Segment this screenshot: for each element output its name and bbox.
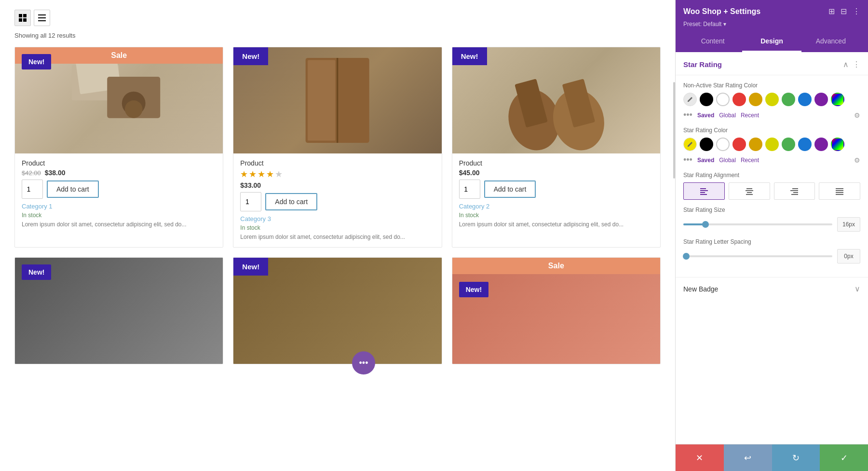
color-black[interactable] <box>700 93 713 106</box>
color-tab-recent[interactable]: Recent <box>741 157 759 164</box>
letter-spacing-slider[interactable] <box>683 255 832 257</box>
section-more-button[interactable]: ⋮ <box>853 60 860 69</box>
add-to-cart-button[interactable]: Add to cart <box>47 180 99 198</box>
tab-content[interactable]: Content <box>683 31 742 52</box>
alignment-options <box>683 182 860 200</box>
panel-body: Star Rating ∧ ⋮ Non-Active Star Rating C… <box>676 52 868 444</box>
add-to-cart-row: Add to cart <box>240 192 434 211</box>
quantity-input[interactable] <box>240 192 261 211</box>
color-blue[interactable] <box>798 93 812 106</box>
color-red[interactable] <box>732 93 746 106</box>
panel-header: Woo Shop + Settings ⊞ ⊟ ⋮ Preset: Defaul… <box>676 0 868 52</box>
size-slider[interactable] <box>683 223 832 225</box>
color-purple[interactable] <box>814 138 828 151</box>
section-collapse-button[interactable]: ∧ <box>843 60 849 69</box>
section-actions: ∧ ⋮ <box>843 60 860 69</box>
color-picker-active-button[interactable] <box>683 138 697 151</box>
color-yellow[interactable] <box>765 138 779 151</box>
panel-icon-focus[interactable]: ⊞ <box>828 7 835 16</box>
panel-icon-layout[interactable]: ⊟ <box>841 7 847 16</box>
align-justify-button[interactable] <box>819 182 860 200</box>
color-green[interactable] <box>782 93 795 106</box>
svg-rect-22 <box>700 194 707 195</box>
color-gradient[interactable] <box>831 138 844 151</box>
new-badge: New! <box>22 54 51 69</box>
svg-rect-23 <box>746 188 752 189</box>
star-4: ★ <box>266 169 274 180</box>
color-green[interactable] <box>782 138 795 151</box>
category-link[interactable]: Category 3 <box>240 215 434 222</box>
add-to-cart-button[interactable]: Add to cart <box>265 193 317 210</box>
list-view-button[interactable] <box>34 10 50 26</box>
size-value[interactable]: 16px <box>837 217 860 232</box>
color-tabs: Saved Global Recent <box>697 112 759 119</box>
panel-icon-more[interactable]: ⋮ <box>853 7 860 16</box>
save-button[interactable]: ✓ <box>820 444 868 471</box>
color-tab-saved[interactable]: Saved <box>697 112 714 119</box>
color-blue[interactable] <box>798 138 812 151</box>
product-card: New! <box>233 257 442 364</box>
product-price: $42.00 $38.00 <box>22 169 216 177</box>
toolbar <box>14 10 661 26</box>
color-tab-global[interactable]: Global <box>719 112 736 119</box>
shop-area: Showing all 12 results Sale New! <box>0 0 675 471</box>
undo-button[interactable]: ↩ <box>724 444 772 471</box>
quantity-input[interactable] <box>22 180 43 199</box>
tab-advanced[interactable]: Advanced <box>801 31 860 52</box>
quantity-input[interactable] <box>459 180 480 199</box>
color-red[interactable] <box>732 138 746 151</box>
color-picker-button[interactable] <box>683 93 697 106</box>
letter-spacing-value[interactable]: 0px <box>837 249 860 263</box>
color-gold[interactable] <box>749 138 762 151</box>
align-center-button[interactable] <box>729 182 770 200</box>
floating-menu-button[interactable]: ••• <box>352 351 375 374</box>
add-to-cart-row: Add to cart <box>459 180 653 199</box>
star-rating: ★ ★ ★ ★ ★ <box>240 169 434 180</box>
redo-button[interactable]: ↻ <box>772 444 820 471</box>
add-to-cart-button[interactable]: Add to cart <box>484 180 536 198</box>
color-gold[interactable] <box>749 93 762 106</box>
align-left-button[interactable] <box>683 182 725 200</box>
grid-view-button[interactable] <box>14 10 31 26</box>
category-link[interactable]: Category 1 <box>22 203 216 210</box>
product-image: New! <box>452 47 660 153</box>
color-black[interactable] <box>700 138 713 151</box>
size-slider-thumb[interactable] <box>702 221 709 228</box>
color-settings-icon[interactable]: ⚙ <box>854 111 860 119</box>
new-badge-header[interactable]: New Badge ∨ <box>676 277 868 300</box>
product-card: New! Product $45.00 Add to cart Category… <box>452 47 661 248</box>
non-active-color-label: Non-Active Star Rating Color <box>683 82 860 89</box>
product-image: New! <box>233 258 441 364</box>
color-tab-global[interactable]: Global <box>719 157 736 164</box>
color-white[interactable] <box>716 93 730 106</box>
product-description: Lorem ipsum dolor sit amet, consectetur … <box>459 221 653 229</box>
align-right-button[interactable] <box>774 182 815 200</box>
svg-rect-28 <box>790 190 798 191</box>
letter-spacing-label: Star Rating Letter Spacing <box>683 238 860 245</box>
tab-design[interactable]: Design <box>742 31 801 52</box>
product-description: Lorem ipsum dolor sit amet, consectetur … <box>240 233 434 241</box>
color-yellow[interactable] <box>765 93 779 106</box>
svg-rect-32 <box>836 190 843 191</box>
color-tab-saved[interactable]: Saved <box>697 157 714 164</box>
color-options-dots[interactable]: ••• <box>683 155 692 165</box>
svg-rect-24 <box>746 190 753 191</box>
stock-status: In stock <box>459 212 653 219</box>
product-image: Sale New! <box>15 47 223 153</box>
svg-rect-33 <box>836 192 843 193</box>
color-purple[interactable] <box>814 93 828 106</box>
svg-rect-20 <box>700 190 708 191</box>
color-options-dots[interactable]: ••• <box>683 110 692 120</box>
color-white[interactable] <box>716 138 730 151</box>
panel-preset[interactable]: Preset: Default ▾ <box>683 21 860 28</box>
cancel-button[interactable]: ✕ <box>676 444 724 471</box>
color-settings-icon[interactable]: ⚙ <box>854 156 860 164</box>
color-tab-recent[interactable]: Recent <box>741 112 759 119</box>
svg-rect-25 <box>747 192 752 193</box>
product-price: $45.00 <box>459 169 653 177</box>
panel-title-row: Woo Shop + Settings ⊞ ⊟ ⋮ <box>683 7 860 16</box>
letter-spacing-slider-thumb[interactable] <box>683 253 690 260</box>
color-gradient[interactable] <box>831 93 844 106</box>
add-to-cart-row: Add to cart <box>22 180 216 199</box>
category-link[interactable]: Category 2 <box>459 203 653 210</box>
